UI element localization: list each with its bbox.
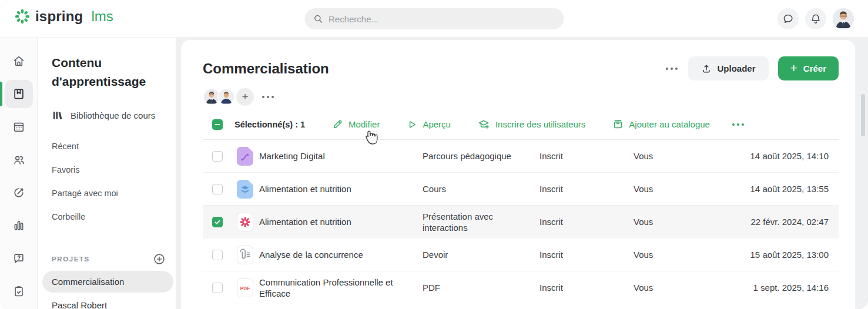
content-type-label: Devoir bbox=[423, 249, 539, 260]
content-type-icon: PDF bbox=[237, 278, 253, 297]
search-input[interactable] bbox=[329, 14, 555, 24]
table-row[interactable]: Analyse de la concurrence Devoir Inscrit… bbox=[203, 239, 839, 271]
more-options-button[interactable] bbox=[665, 64, 679, 73]
content-title[interactable]: Alimentation et nutrition bbox=[259, 183, 423, 194]
topbar-actions bbox=[777, 8, 854, 29]
collaborators-more-button[interactable] bbox=[261, 92, 275, 102]
enrollment-status: Inscrit bbox=[539, 217, 634, 227]
content-title[interactable]: Communication Professionnelle et Efficac… bbox=[259, 277, 423, 299]
rail-item-reports[interactable] bbox=[5, 211, 33, 240]
sidebar-item-recent[interactable]: Récent bbox=[52, 135, 176, 158]
calendar-icon bbox=[12, 120, 25, 133]
table-row[interactable]: PDF Communication Professionnelle et Eff… bbox=[203, 271, 839, 304]
home-icon bbox=[12, 55, 25, 68]
page-title: Commercialisation bbox=[203, 61, 329, 77]
sidebar-item-favorites[interactable]: Favoris bbox=[52, 158, 176, 182]
projects-list: Commercialisation Pascal Robert bbox=[42, 271, 176, 309]
rail-item-help[interactable] bbox=[5, 244, 33, 273]
add-collaborator-button[interactable]: + bbox=[236, 88, 254, 106]
selected-count-label: Sélectionné(s) : 1 bbox=[234, 120, 305, 129]
row-checkbox[interactable] bbox=[212, 250, 223, 260]
content-title[interactable]: Analyse de la concurrence bbox=[259, 249, 423, 260]
table-row[interactable]: Marketing Digital Parcours pédagogique I… bbox=[203, 140, 839, 173]
create-button-label: Créer bbox=[803, 63, 826, 73]
edit-action[interactable]: Modifier bbox=[332, 119, 380, 130]
indeterminate-icon bbox=[214, 121, 221, 128]
notifications-button[interactable] bbox=[805, 8, 826, 29]
projects-header-label: PROJETS bbox=[52, 256, 90, 263]
svg-text:PDF: PDF bbox=[240, 286, 250, 291]
users-icon bbox=[12, 153, 25, 166]
modified-date: 14 août 2025, 14:10 bbox=[722, 151, 839, 161]
logo-text: ispring bbox=[35, 8, 83, 25]
content-title[interactable]: Marketing Digital bbox=[259, 150, 423, 162]
rail-item-tasks[interactable] bbox=[5, 277, 33, 305]
sidebar-item-trash[interactable]: Corbeille bbox=[52, 205, 176, 229]
bar-chart-icon bbox=[12, 219, 25, 232]
project-label: Pascal Robert bbox=[52, 300, 107, 309]
messages-button[interactable] bbox=[777, 8, 799, 29]
owner-label: Vous bbox=[634, 184, 722, 194]
upload-button[interactable]: Uploader bbox=[688, 56, 769, 80]
collaborators-row: + bbox=[203, 88, 839, 106]
collaborator-avatar[interactable] bbox=[217, 88, 235, 106]
select-all-checkbox[interactable] bbox=[212, 119, 223, 130]
add-project-button[interactable] bbox=[153, 253, 166, 266]
rail-item-goals[interactable] bbox=[5, 179, 33, 207]
rail-item-learning-content[interactable] bbox=[5, 80, 33, 108]
table-row[interactable]: Alimentation et nutrition Cours Inscrit … bbox=[203, 173, 839, 206]
add-to-catalog-action[interactable]: Ajouter au catalogue bbox=[612, 119, 710, 130]
enrollment-status: Inscrit bbox=[539, 250, 634, 260]
rail-item-home[interactable] bbox=[5, 47, 33, 75]
app-window: ispring lms bbox=[0, 0, 868, 309]
sidebar-item-label: Partagé avec moi bbox=[52, 189, 118, 198]
create-button[interactable]: + Créer bbox=[778, 56, 839, 80]
sidebar-item-label: Récent bbox=[52, 142, 79, 151]
enroll-icon bbox=[478, 118, 490, 130]
content-card: Commercialisation Uploader + Créer bbox=[181, 40, 855, 309]
rail-item-users[interactable] bbox=[5, 146, 33, 174]
sidebar-item-library[interactable]: Bibliothèque de cours bbox=[52, 105, 176, 126]
row-checkbox[interactable] bbox=[212, 151, 223, 162]
projects-header: PROJETS bbox=[52, 253, 176, 266]
scrollbar-thumb[interactable] bbox=[861, 94, 865, 136]
help-bubble-icon bbox=[12, 252, 25, 265]
action-label: Modifier bbox=[348, 119, 380, 129]
owner-label: Vous bbox=[634, 283, 722, 293]
row-checkbox[interactable] bbox=[212, 184, 223, 194]
project-item-commercialisation[interactable]: Commercialisation bbox=[42, 271, 173, 293]
row-checkbox[interactable] bbox=[212, 217, 223, 227]
content-type-label: Parcours pédagogique bbox=[423, 150, 539, 162]
action-label: Ajouter au catalogue bbox=[629, 119, 710, 129]
row-checkbox[interactable] bbox=[212, 283, 223, 293]
action-label: Aperçu bbox=[423, 119, 451, 129]
content-type-icon bbox=[237, 213, 253, 231]
content-title[interactable]: Alimentation et nutrition bbox=[259, 216, 423, 227]
user-avatar[interactable] bbox=[833, 8, 854, 29]
rail-item-calendar[interactable] bbox=[5, 113, 33, 141]
enroll-users-action[interactable]: Inscrire des utilisateurs bbox=[478, 118, 585, 130]
ispring-logo[interactable]: ispring lms bbox=[15, 8, 113, 25]
upload-button-label: Uploader bbox=[718, 63, 756, 73]
owner-label: Vous bbox=[634, 217, 722, 227]
ispring-logo-icon bbox=[15, 9, 30, 24]
sidebar-item-shared[interactable]: Partagé avec moi bbox=[52, 182, 176, 205]
enrollment-status: Inscrit bbox=[539, 184, 634, 194]
active-indicator bbox=[0, 82, 2, 106]
sidebar-nav: Récent Favoris Partagé avec moi Corbeill… bbox=[52, 135, 176, 229]
table-body: Marketing Digital Parcours pédagogique I… bbox=[203, 140, 839, 304]
project-item-pascal-robert[interactable]: Pascal Robert bbox=[42, 294, 173, 309]
content-sidebar: Contenu d'apprentissage Bibliothèque de … bbox=[38, 38, 176, 309]
modified-date: 22 févr. 2024, 02:47 bbox=[722, 217, 839, 227]
preview-action[interactable]: Aperçu bbox=[407, 119, 451, 130]
sidebar-item-label: Bibliothèque de cours bbox=[71, 110, 155, 120]
search-bar[interactable] bbox=[304, 8, 564, 29]
sidebar-item-label: Favoris bbox=[52, 165, 80, 174]
toolbar-more-button[interactable] bbox=[731, 120, 745, 129]
plus-icon: + bbox=[242, 90, 248, 103]
action-label: Inscrire des utilisateurs bbox=[495, 119, 585, 129]
search-icon bbox=[313, 14, 323, 24]
table-row[interactable]: Alimentation et nutrition Présentation a… bbox=[203, 206, 839, 239]
owner-label: Vous bbox=[634, 151, 722, 161]
logo-suffix: lms bbox=[91, 8, 113, 25]
